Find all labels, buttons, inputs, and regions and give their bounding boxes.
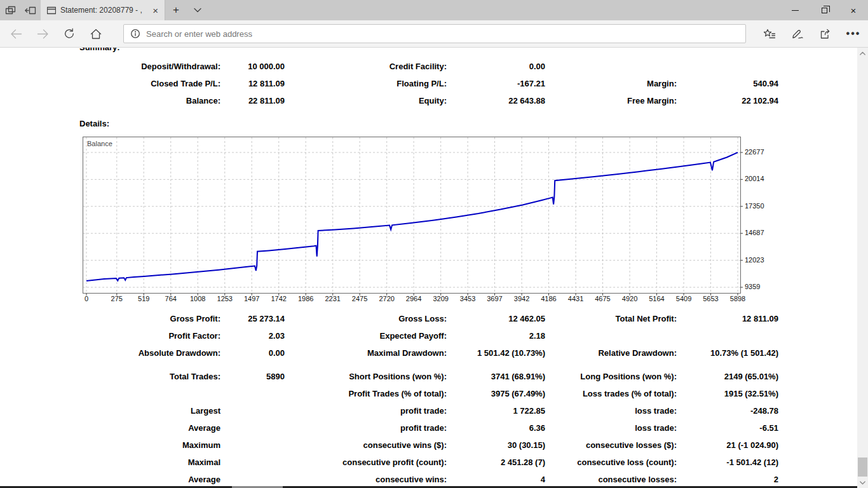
- nav-right-icons: •••: [752, 22, 864, 46]
- tab-preview-chevron-button[interactable]: [187, 0, 208, 20]
- stat-label: Profit Trades (% of total):: [285, 385, 447, 402]
- statement-row: Maximumconsecutive wins ($):30 (30.15)co…: [79, 437, 778, 454]
- stat-value: 22 811.09: [220, 92, 285, 109]
- set-tabs-aside-icon: [5, 6, 16, 15]
- statement-row: Absolute Drawdown:0.00Maximal Drawdown:1…: [79, 344, 778, 362]
- results-table: Gross Profit:25 273.14Gross Loss:12 462.…: [79, 310, 778, 362]
- summary-table: Deposit/Withdrawal:10 000.00Credit Facil…: [79, 58, 778, 109]
- x-tick-label: 3942: [514, 295, 529, 302]
- share-button[interactable]: [815, 22, 836, 46]
- new-tab-button[interactable]: +: [165, 0, 187, 20]
- restore-icon: [822, 8, 827, 13]
- tab-page-icon: [47, 6, 56, 15]
- stat-label: Credit Facility:: [285, 58, 447, 75]
- statement-row: Profit Factor:2.03Expected Payoff:2.18: [79, 327, 778, 344]
- address-bar-input[interactable]: Search or enter web address: [123, 24, 746, 43]
- x-tick-label: 2475: [352, 295, 367, 302]
- scrollbar-thumb[interactable]: [858, 458, 867, 477]
- more-icon: •••: [846, 28, 861, 39]
- stat-value: 22 643.88: [447, 92, 545, 109]
- stat-label: Loss trades (% of total):: [545, 385, 677, 402]
- stat-label: Profit Factor:: [79, 327, 220, 344]
- x-tick-label: 5653: [703, 295, 718, 302]
- x-tick-label: 4186: [541, 295, 556, 302]
- window-close-button[interactable]: ×: [839, 0, 868, 20]
- stat-value: -248.78: [677, 402, 778, 419]
- stat-value: 2: [677, 471, 778, 488]
- hub-favorites-button[interactable]: [759, 22, 780, 46]
- more-actions-button[interactable]: •••: [843, 22, 864, 46]
- stat-label: Average: [79, 471, 220, 488]
- stat-label: [545, 58, 677, 75]
- stat-value: 1915 (32.51%): [677, 385, 778, 402]
- scroll-up-button[interactable]: [857, 48, 868, 58]
- statement-row: Total Trades:5890Short Positions (won %)…: [79, 368, 778, 385]
- chevron-down-icon: [860, 481, 865, 485]
- stat-value: 2149 (65.01%): [677, 368, 778, 385]
- web-note-button[interactable]: [787, 22, 808, 46]
- stat-label: Relative Drawdown:: [545, 344, 677, 362]
- stat-value: 540.94: [677, 75, 778, 92]
- x-tick-label: 2720: [379, 295, 394, 302]
- y-tick-label: 9359: [745, 283, 760, 290]
- x-tick-label: 519: [138, 295, 149, 302]
- tab-close-icon[interactable]: ×: [150, 6, 161, 15]
- stat-label: profit trade:: [285, 419, 447, 437]
- stat-value: [220, 419, 285, 437]
- details-heading: Details:: [79, 119, 109, 128]
- vertical-scrollbar[interactable]: [857, 48, 868, 488]
- stat-label: loss trade:: [545, 402, 677, 419]
- forward-button[interactable]: [32, 22, 53, 46]
- statement-row: Balance:22 811.09Equity:22 643.88Free Ma…: [79, 92, 778, 109]
- stat-value: [220, 471, 285, 488]
- stat-value: 10 000.00: [220, 58, 285, 75]
- stat-label: Equity:: [285, 92, 447, 109]
- stat-label: loss trade:: [545, 419, 677, 437]
- x-tick-label: 5898: [730, 295, 745, 302]
- restore-tabs-button[interactable]: [20, 0, 41, 20]
- stat-label: Margin:: [545, 75, 677, 92]
- stat-label: consecutive wins:: [285, 471, 447, 488]
- stat-value: 10.73% (1 501.42): [677, 344, 778, 362]
- x-tick-label: 275: [111, 295, 123, 302]
- summary-heading: Summary:: [79, 48, 120, 52]
- browser-tab[interactable]: Statement: 20208779 - , ×: [41, 0, 165, 20]
- home-button[interactable]: [85, 22, 107, 46]
- browser-tab-bar: Statement: 20208779 - , × + ×: [0, 0, 868, 20]
- refresh-button[interactable]: [58, 22, 80, 46]
- window-controls: ×: [780, 0, 868, 20]
- stat-label: Closed Trade P/L:: [79, 75, 220, 92]
- window-restore-button[interactable]: [810, 0, 839, 20]
- statement-row: Closed Trade P/L:12 811.09Floating P/L:-…: [79, 75, 778, 92]
- statement-page: Summary: Deposit/Withdrawal:10 000.00Cre…: [0, 48, 868, 488]
- scroll-down-button[interactable]: [857, 477, 868, 488]
- chart-y-axis-labels: 93591202314687173502001422677: [745, 137, 783, 294]
- chevron-up-icon: [860, 51, 865, 55]
- restore-tabs-icon: [25, 6, 36, 15]
- stat-label: consecutive profit (count):: [285, 454, 447, 471]
- home-icon: [90, 29, 102, 39]
- stat-value: -1 501.42 (12): [677, 454, 778, 471]
- stat-label: Total Net Profit:: [545, 310, 677, 327]
- chart-x-axis-labels: 0275519764100812531497174219862231247527…: [83, 295, 740, 304]
- stat-label: profit trade:: [285, 402, 447, 419]
- stat-value: 21 (-1 024.90): [677, 437, 778, 454]
- set-tabs-aside-button[interactable]: [0, 0, 20, 20]
- stat-value: 22 102.94: [677, 92, 778, 109]
- statement-row: Averageconsecutive wins:4consecutive los…: [79, 471, 778, 488]
- stat-value: [220, 454, 285, 471]
- stat-value: 5890: [220, 368, 285, 385]
- window-minimize-button[interactable]: [780, 0, 810, 20]
- stat-label: Deposit/Withdrawal:: [79, 58, 220, 75]
- x-tick-label: 4431: [568, 295, 583, 302]
- stat-value: -167.21: [447, 75, 545, 92]
- statement-row: Profit Trades (% of total):3975 (67.49%)…: [79, 385, 778, 402]
- chart-plot-area: [83, 137, 740, 293]
- stat-value: [677, 58, 778, 75]
- x-tick-label: 1742: [271, 295, 286, 302]
- back-button[interactable]: [5, 22, 27, 46]
- stat-label: [545, 327, 677, 344]
- x-tick-label: 1008: [190, 295, 205, 302]
- stat-value: [677, 327, 778, 344]
- stat-value: 30 (30.15): [447, 437, 545, 454]
